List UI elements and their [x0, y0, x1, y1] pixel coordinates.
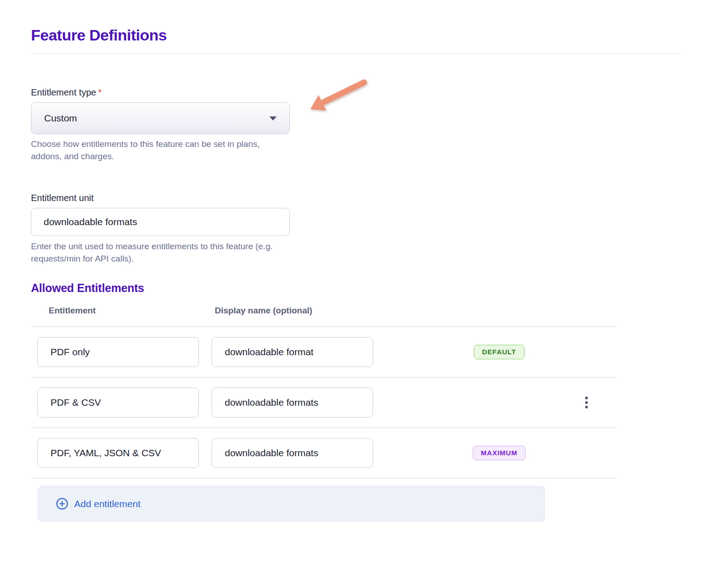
entitlement-type-help: Choose how entitlements to this feature …: [31, 138, 288, 162]
entitlement-unit-label: Entitlement unit: [31, 192, 681, 204]
required-asterisk: *: [98, 87, 101, 97]
entitlements-table: Entitlement Display name (optional) DEFA…: [31, 295, 617, 478]
entitlement-type-selected-value: Custom: [44, 113, 77, 124]
chevron-down-icon: [269, 116, 277, 121]
table-row: [31, 378, 617, 428]
entitlement-unit-help: Enter the unit used to measure entitleme…: [31, 240, 288, 265]
column-header-display-name: Display name (optional): [215, 305, 312, 316]
display-name-input[interactable]: [212, 438, 373, 468]
title-divider: [31, 53, 681, 54]
entitlement-input[interactable]: [37, 388, 199, 418]
default-badge: DEFAULT: [474, 345, 524, 359]
maximum-badge: MAXIMUM: [473, 446, 526, 460]
display-name-input[interactable]: [212, 388, 373, 418]
entitlement-unit-input[interactable]: [31, 208, 290, 236]
add-entitlement-button[interactable]: Add entitlement: [38, 486, 545, 522]
feature-definitions-page: Feature Definitions Entitlement type* Cu…: [0, 0, 728, 569]
entitlement-input[interactable]: [37, 438, 199, 468]
page-title: Feature Definitions: [31, 0, 681, 45]
entitlement-type-label: Entitlement type*: [31, 86, 681, 99]
table-header-row: Entitlement Display name (optional): [31, 295, 617, 327]
plus-circle-icon: [56, 498, 68, 510]
add-entitlement-label: Add entitlement: [74, 499, 141, 509]
entitlement-type-select[interactable]: Custom: [31, 102, 290, 134]
table-row: MAXIMUM: [31, 428, 617, 478]
kebab-menu-icon[interactable]: [583, 395, 590, 410]
column-header-entitlement: Entitlement: [49, 305, 215, 316]
allowed-entitlements-heading: Allowed Entitlements: [31, 281, 681, 295]
table-row: DEFAULT: [31, 327, 617, 378]
display-name-input[interactable]: [212, 337, 373, 367]
entitlement-input[interactable]: [37, 337, 199, 367]
